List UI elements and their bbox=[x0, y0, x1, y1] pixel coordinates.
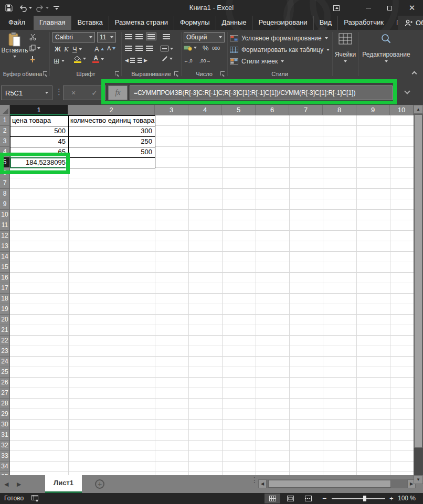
italic-button[interactable]: К bbox=[64, 45, 69, 53]
column-header-8[interactable]: 8 bbox=[323, 105, 356, 115]
row-header-4[interactable]: 4 bbox=[0, 147, 10, 157]
row-header-8[interactable]: 8 bbox=[0, 189, 10, 199]
normal-view-icon[interactable] bbox=[265, 494, 280, 503]
row-header-13[interactable]: 13 bbox=[0, 241, 10, 252]
fill-color-dropdown-icon[interactable] bbox=[83, 58, 86, 60]
decrease-indent-button[interactable]: ◀ bbox=[125, 58, 135, 63]
cell-r3c2[interactable]: 250 bbox=[68, 136, 155, 147]
close-icon[interactable]: ✕ bbox=[401, 0, 423, 16]
row-header-22[interactable]: 22 bbox=[0, 336, 10, 346]
cell-r4c2[interactable]: 500 bbox=[68, 147, 155, 158]
borders-button[interactable]: ⊞ bbox=[54, 57, 65, 65]
ribbon-tab-5[interactable]: Данные bbox=[216, 16, 252, 30]
column-header-3[interactable]: 3 bbox=[155, 105, 188, 115]
row-header-11[interactable]: 11 bbox=[0, 220, 10, 231]
row-header-3[interactable]: 3 bbox=[0, 136, 10, 147]
accounting-format-button[interactable] bbox=[184, 45, 197, 51]
collapse-ribbon-icon[interactable] bbox=[413, 70, 416, 79]
horizontal-scrollbar-thumb[interactable] bbox=[268, 480, 391, 488]
font-dialog-launcher-icon[interactable] bbox=[115, 71, 119, 76]
increase-indent-button[interactable]: ▶ bbox=[138, 58, 147, 63]
align-middle-button[interactable] bbox=[135, 34, 143, 39]
zoom-in-icon[interactable]: + bbox=[389, 493, 394, 504]
row-header-2[interactable]: 2 bbox=[0, 126, 10, 136]
row-header-34[interactable]: 34 bbox=[0, 462, 10, 472]
tab-help[interactable]: Помощь bbox=[389, 16, 398, 30]
orientation-button[interactable] bbox=[162, 58, 173, 60]
column-header-9[interactable]: 9 bbox=[356, 105, 390, 115]
column-header-6[interactable]: 6 bbox=[256, 105, 289, 115]
ribbon-tab-file[interactable]: Файл bbox=[0, 16, 34, 30]
maximize-icon[interactable] bbox=[379, 0, 400, 16]
tabsbar-gripper-icon[interactable]: ⋮ bbox=[251, 478, 255, 482]
bold-button[interactable]: Ж bbox=[55, 45, 61, 53]
row-header-10[interactable]: 10 bbox=[0, 210, 10, 220]
insert-function-button[interactable]: fx bbox=[108, 85, 128, 100]
page-layout-view-icon[interactable] bbox=[282, 494, 298, 503]
ribbon-tab-3[interactable]: Разметка страни bbox=[109, 16, 174, 30]
cell-r1c2[interactable]: количество единиц товара bbox=[68, 115, 155, 126]
cancel-entry-icon[interactable]: × bbox=[71, 89, 76, 97]
font-color-button[interactable]: А bbox=[92, 56, 104, 63]
sheet-tab-active[interactable]: Лист1 bbox=[45, 475, 82, 493]
vertical-scrollbar[interactable]: ▲ ▼ bbox=[414, 105, 423, 484]
column-header-5[interactable]: 5 bbox=[222, 105, 256, 115]
merge-center-button[interactable] bbox=[161, 46, 173, 51]
expand-formula-bar-icon[interactable] bbox=[404, 88, 410, 94]
row-header-6[interactable]: 6 bbox=[0, 168, 10, 178]
row-header-9[interactable]: 9 bbox=[0, 199, 10, 210]
cell-r3c1[interactable]: 45 bbox=[10, 136, 69, 147]
column-header-7[interactable]: 7 bbox=[289, 105, 323, 115]
row-header-15[interactable]: 15 bbox=[0, 262, 10, 273]
fill-color-button[interactable] bbox=[73, 56, 81, 63]
vertical-scrollbar-track[interactable] bbox=[414, 448, 423, 475]
clipboard-dialog-launcher-icon[interactable] bbox=[43, 71, 47, 76]
cell-r5c2[interactable] bbox=[68, 157, 155, 168]
active-cell-selection[interactable] bbox=[10, 157, 69, 168]
editing-button[interactable]: Редактирование bbox=[359, 33, 414, 62]
zoom-out-icon[interactable]: − bbox=[322, 493, 326, 504]
ribbon-tab-1[interactable]: Главная bbox=[34, 16, 71, 30]
alignment-dialog-launcher-icon[interactable] bbox=[174, 71, 178, 76]
format-painter-button[interactable] bbox=[29, 56, 36, 63]
row-header-17[interactable]: 17 bbox=[0, 283, 10, 294]
ribbon-tab-6[interactable]: Рецензировани bbox=[252, 16, 313, 30]
zoom-level-label[interactable]: 100 % bbox=[398, 493, 416, 504]
macro-record-icon[interactable] bbox=[31, 495, 39, 503]
cell-styles-button[interactable]: Стили ячеек bbox=[230, 56, 284, 66]
ribbon-display-options-icon[interactable] bbox=[329, 0, 344, 16]
cell-r1c1[interactable]: цена товара bbox=[10, 115, 69, 126]
redo-icon[interactable] bbox=[36, 0, 44, 16]
select-all-corner[interactable] bbox=[0, 105, 10, 115]
comma-style-button[interactable]: 000 bbox=[212, 46, 220, 51]
row-header-26[interactable]: 26 bbox=[0, 378, 10, 388]
row-header-29[interactable]: 29 bbox=[0, 409, 10, 420]
zoom-slider-track[interactable] bbox=[332, 498, 385, 499]
row-header-32[interactable]: 32 bbox=[0, 441, 10, 451]
vertical-scrollbar-thumb[interactable] bbox=[414, 114, 422, 448]
row-header-14[interactable]: 14 bbox=[0, 252, 10, 262]
row-header-24[interactable]: 24 bbox=[0, 357, 10, 367]
save-icon[interactable] bbox=[5, 0, 13, 16]
row-header-33[interactable]: 33 bbox=[0, 451, 10, 462]
name-box[interactable]: R5C1 bbox=[1, 85, 52, 100]
row-header-23[interactable]: 23 bbox=[0, 346, 10, 357]
row-header-25[interactable]: 25 bbox=[0, 367, 10, 378]
row-header-30[interactable]: 30 bbox=[0, 420, 10, 430]
minimize-icon[interactable] bbox=[358, 0, 379, 16]
next-sheet-icon[interactable]: ▶ bbox=[17, 475, 21, 493]
row-header-18[interactable]: 18 bbox=[0, 294, 10, 304]
percent-style-button[interactable]: % bbox=[203, 44, 209, 52]
underline-button[interactable]: Ч bbox=[72, 45, 82, 53]
column-header-1[interactable]: 1 bbox=[10, 105, 68, 115]
wrap-text-button[interactable] bbox=[163, 34, 170, 39]
cell-r2c2[interactable]: 300 bbox=[68, 126, 155, 137]
grow-font-button[interactable]: А bbox=[94, 45, 104, 53]
ribbon-tab-7[interactable]: Вид bbox=[313, 16, 338, 30]
ribbon-tab-4[interactable]: Формулы bbox=[174, 16, 216, 30]
row-header-19[interactable]: 19 bbox=[0, 304, 10, 315]
customize-quick-access-icon[interactable] bbox=[54, 0, 59, 16]
paste-button[interactable]: Вставить bbox=[2, 32, 27, 58]
number-dialog-launcher-icon[interactable] bbox=[220, 71, 225, 76]
row-header-28[interactable]: 28 bbox=[0, 399, 10, 409]
